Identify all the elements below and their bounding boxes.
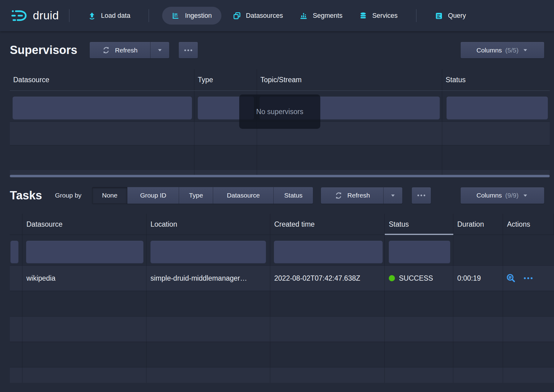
nav-item-label: Query [448, 12, 466, 20]
nav-item-query[interactable]: Query [427, 0, 474, 31]
nav-item-datasources[interactable]: Datasources [224, 0, 291, 31]
caret-down-icon [157, 47, 163, 53]
sort-indicator [385, 234, 453, 235]
status-success-dot [389, 275, 395, 281]
nav-item-load-data[interactable]: Load data [80, 0, 139, 31]
nav-item-ingestion[interactable]: Ingestion [162, 7, 221, 25]
column-header-actions[interactable]: Actions [503, 214, 554, 235]
empty-table-row [10, 367, 554, 383]
task-actions-menu-button[interactable] [523, 273, 533, 283]
column-header-location[interactable]: Location [146, 214, 270, 235]
magnifier-detail-icon [506, 273, 516, 283]
gantt-chart-icon [172, 12, 180, 20]
location-filter-input[interactable] [150, 241, 266, 263]
group-by-type-button[interactable]: Type [179, 187, 213, 204]
column-header-topic-stream[interactable]: Topic/Stream [257, 69, 442, 90]
ingestion-view: Supervisors Refresh [0, 42, 554, 383]
refresh-label: Refresh [347, 192, 370, 199]
group-by-status-button[interactable]: Status [273, 187, 313, 204]
tasks-refresh-caret-button[interactable] [383, 187, 402, 204]
column-header-status[interactable]: Status [385, 214, 453, 235]
refresh-icon [334, 191, 343, 200]
query-editor-icon [435, 12, 443, 20]
supervisors-columns-button[interactable]: Columns (5/5) [461, 42, 544, 58]
supervisors-refresh-group: Refresh [90, 42, 169, 58]
supervisors-title: Supervisors [10, 44, 77, 57]
nav-item-label: Ingestion [185, 12, 212, 20]
columns-count: (5/5) [505, 47, 518, 54]
refresh-label: Refresh [115, 47, 138, 54]
navbar-divider [69, 9, 69, 22]
supervisors-table-header: Datasource Type Topic/Stream Status [10, 69, 550, 91]
empty-table-row [10, 291, 554, 316]
database-icon [359, 12, 367, 20]
columns-label: Columns [476, 192, 502, 199]
empty-table-row [10, 342, 554, 367]
tasks-title: Tasks [10, 189, 42, 202]
column-header-datasource[interactable]: Datasource [10, 69, 194, 90]
supervisors-more-button[interactable] [179, 42, 198, 58]
columns-label: Columns [476, 47, 502, 54]
tasks-refresh-group: Refresh [321, 187, 402, 204]
task-created-time: 2022-08-02T07:42:47.638Z [270, 266, 385, 291]
datasource-filter-input[interactable] [13, 97, 192, 120]
nav-item-label: Segments [313, 12, 342, 20]
stacked-squares-icon [233, 12, 241, 20]
supervisors-refresh-caret-button[interactable] [150, 42, 169, 58]
group-by-none-button[interactable]: None [92, 187, 127, 204]
more-icon [184, 49, 193, 52]
task-id-filter-input[interactable] [10, 241, 18, 263]
nav-item-label: Services [372, 12, 397, 20]
refresh-icon [102, 46, 110, 54]
task-row-wikipedia[interactable]: wikipedia simple-druid-middlemanager… 20… [10, 265, 554, 291]
datasource-filter-input[interactable] [26, 241, 143, 263]
task-actions [503, 266, 554, 291]
tasks-columns-button[interactable]: Columns (9/9) [461, 187, 544, 204]
navbar: druid Load data Ingestion Datasources [0, 0, 554, 31]
group-by-datasource-button[interactable]: Datasource [213, 187, 273, 204]
created-time-filter-input[interactable] [274, 241, 383, 263]
task-duration: 0:00:19 [453, 266, 503, 291]
druid-logo-icon [11, 7, 29, 24]
view-task-detail-button[interactable] [506, 273, 516, 283]
druid-brand[interactable]: druid [11, 7, 59, 24]
caret-down-icon [522, 47, 529, 53]
column-header-datasource[interactable]: Datasource [22, 214, 146, 235]
horizontal-scrollbar[interactable] [10, 175, 550, 177]
bar-chart-icon [299, 12, 308, 20]
nav-item-services[interactable]: Services [351, 0, 406, 31]
task-status: SUCCESS [385, 266, 453, 291]
nav-item-segments[interactable]: Segments [291, 0, 351, 31]
column-header-created-time[interactable]: Created time [270, 214, 385, 235]
nav-item-label: Load data [101, 12, 131, 20]
caret-down-icon [522, 192, 529, 199]
column-header-type[interactable]: Type [194, 69, 257, 90]
empty-table-row [10, 169, 550, 175]
supervisors-section: Supervisors Refresh [10, 42, 544, 177]
supervisors-table: Datasource Type Topic/Stream Status [10, 69, 550, 177]
nav-item-label: Datasources [246, 12, 283, 20]
no-supervisors-message: No supervisors [239, 94, 320, 129]
columns-count: (9/9) [505, 192, 518, 199]
brand-text: druid [33, 9, 59, 22]
tasks-more-button[interactable] [412, 187, 431, 204]
status-filter-input[interactable] [447, 97, 548, 120]
caret-down-icon [390, 192, 396, 199]
navbar-divider [149, 9, 149, 22]
group-by-segmented-control: None Group ID Type Datasource Status [92, 187, 313, 204]
tasks-refresh-button[interactable]: Refresh [321, 187, 383, 204]
group-by-label: Group by [55, 192, 81, 199]
empty-table-row [10, 145, 550, 169]
tasks-filter-row [10, 235, 554, 265]
navbar-divider [416, 9, 416, 22]
more-icon [417, 194, 426, 197]
more-icon [523, 276, 533, 280]
tasks-section: Tasks Group by None Group ID Type Dataso… [10, 187, 544, 383]
cloud-upload-icon [88, 12, 96, 20]
task-datasource: wikipedia [22, 266, 146, 291]
status-filter-input[interactable] [389, 241, 450, 263]
supervisors-refresh-button[interactable]: Refresh [90, 42, 150, 58]
group-by-group-id-button[interactable]: Group ID [127, 187, 179, 204]
column-header-status[interactable]: Status [442, 69, 550, 90]
column-header-duration[interactable]: Duration [453, 214, 503, 235]
